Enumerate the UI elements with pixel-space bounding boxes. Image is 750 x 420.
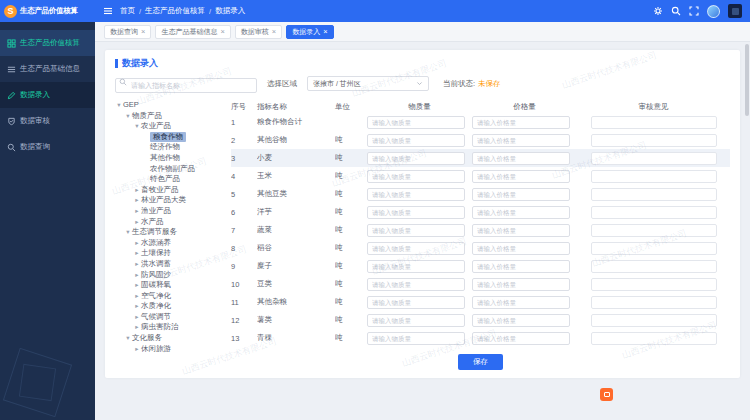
quantity-input[interactable] bbox=[367, 278, 465, 291]
search-icon bbox=[119, 78, 127, 86]
review-input[interactable] bbox=[591, 116, 717, 129]
close-icon[interactable]: × bbox=[220, 28, 224, 36]
close-icon[interactable]: × bbox=[323, 28, 327, 36]
sidebar-item-label: 数据录入 bbox=[20, 90, 50, 100]
theme-button[interactable] bbox=[728, 4, 742, 18]
review-input[interactable] bbox=[591, 278, 717, 291]
breadcrumb-section[interactable]: 生态产品价值核算 bbox=[145, 6, 205, 16]
avatar[interactable] bbox=[707, 5, 720, 18]
region-select[interactable]: 张掖市 / 甘州区 bbox=[307, 76, 429, 91]
quantity-input[interactable] bbox=[367, 314, 465, 327]
tree-node[interactable]: ▸休闲旅游 bbox=[115, 344, 223, 355]
tree-node[interactable]: ▸土壤保持 bbox=[115, 248, 223, 259]
tree-node[interactable]: ▸病虫害防治 bbox=[115, 322, 223, 333]
indicator-name: 玉米 bbox=[257, 171, 335, 181]
controls-row: 选择区域 张掖市 / 甘州区 当前状态: 未保存 bbox=[115, 76, 730, 91]
fullscreen-icon[interactable] bbox=[689, 6, 699, 16]
tree-node[interactable]: ▾农业产品 bbox=[115, 121, 223, 132]
review-input[interactable] bbox=[591, 314, 717, 327]
review-input[interactable] bbox=[591, 224, 717, 237]
sidebar-item-value-accounting[interactable]: 生态产品价值核算 bbox=[0, 30, 95, 56]
price-input[interactable] bbox=[472, 134, 570, 147]
tree-node[interactable]: ▸林业产品大类 bbox=[115, 195, 223, 206]
tree-node[interactable]: 特色产品 bbox=[115, 174, 223, 185]
review-input[interactable] bbox=[591, 206, 717, 219]
quantity-input[interactable] bbox=[367, 170, 465, 183]
tree-node[interactable]: ▸水质净化 bbox=[115, 301, 223, 312]
price-input[interactable] bbox=[472, 314, 570, 327]
price-input[interactable] bbox=[472, 224, 570, 237]
search-icon[interactable] bbox=[671, 6, 681, 16]
quantity-input[interactable] bbox=[367, 188, 465, 201]
sidebar-item-data-query[interactable]: 数据查询 bbox=[0, 134, 95, 160]
review-input[interactable] bbox=[591, 332, 717, 345]
quantity-input[interactable] bbox=[367, 296, 465, 309]
review-input[interactable] bbox=[591, 134, 717, 147]
table-row: 7蔬菜吨 bbox=[231, 221, 730, 239]
quantity-input[interactable] bbox=[367, 224, 465, 237]
breadcrumb-home[interactable]: 首页 bbox=[120, 6, 135, 16]
tree-node-label: 林业产品大类 bbox=[141, 195, 186, 206]
tree-node[interactable]: ▸固碳释氧 bbox=[115, 280, 223, 291]
tab-data-audit[interactable]: 数据审核 × bbox=[235, 25, 282, 39]
quantity-input[interactable] bbox=[367, 332, 465, 345]
review-input[interactable] bbox=[591, 296, 717, 309]
sidebar-item-data-entry[interactable]: 数据录入 bbox=[0, 82, 95, 108]
close-icon[interactable]: × bbox=[272, 28, 276, 36]
tree-node[interactable]: 农作物副产品 bbox=[115, 164, 223, 175]
tree-node[interactable]: ▸渔业产品 bbox=[115, 206, 223, 217]
tree-node[interactable]: ▸洪水调蓄 bbox=[115, 259, 223, 270]
price-input[interactable] bbox=[472, 260, 570, 273]
price-input[interactable] bbox=[472, 296, 570, 309]
sidebar-item-label: 数据查询 bbox=[20, 142, 50, 152]
price-input[interactable] bbox=[472, 188, 570, 201]
tree-node-selected[interactable]: 粮食作物 bbox=[115, 132, 223, 143]
tree-node[interactable]: ▾文化服务 bbox=[115, 333, 223, 344]
tree-node[interactable]: ▸气候调节 bbox=[115, 312, 223, 323]
tab-basic-info[interactable]: 生态产品基础信息 × bbox=[155, 25, 230, 39]
search-input[interactable] bbox=[115, 78, 257, 93]
quantity-input[interactable] bbox=[367, 242, 465, 255]
sidebar-item-data-audit[interactable]: 数据审核 bbox=[0, 108, 95, 134]
quantity-input[interactable] bbox=[367, 260, 465, 273]
tab-data-entry[interactable]: 数据录入 × bbox=[286, 25, 333, 39]
gear-icon[interactable] bbox=[653, 6, 663, 16]
review-input[interactable] bbox=[591, 188, 717, 201]
floating-helper-button[interactable] bbox=[600, 388, 613, 401]
close-icon[interactable]: × bbox=[141, 28, 145, 36]
table-row: 3小麦吨 bbox=[231, 149, 730, 167]
tab-data-query[interactable]: 数据查询 × bbox=[104, 25, 151, 39]
price-input[interactable] bbox=[472, 206, 570, 219]
tree-node[interactable]: ▾生态调节服务 bbox=[115, 227, 223, 238]
price-input[interactable] bbox=[472, 242, 570, 255]
tree-node[interactable]: 其他作物 bbox=[115, 153, 223, 164]
hamburger-menu-icon[interactable] bbox=[103, 6, 113, 16]
sidebar-item-basic-info[interactable]: 生态产品基础信息 bbox=[0, 56, 95, 82]
review-input[interactable] bbox=[591, 242, 717, 255]
tree-node[interactable]: ▸水产品 bbox=[115, 217, 223, 228]
row-index: 7 bbox=[231, 226, 257, 235]
tree-node[interactable]: ▸畜牧业产品 bbox=[115, 185, 223, 196]
unit: 吨 bbox=[335, 279, 367, 289]
price-input[interactable] bbox=[472, 116, 570, 129]
tree-node[interactable]: ▸防风固沙 bbox=[115, 270, 223, 281]
tree-node[interactable]: ▾GEP bbox=[115, 100, 223, 111]
row-index: 8 bbox=[231, 244, 257, 253]
save-button[interactable]: 保存 bbox=[458, 354, 503, 370]
quantity-input[interactable] bbox=[367, 116, 465, 129]
tree-node[interactable]: 经济作物 bbox=[115, 142, 223, 153]
quantity-input[interactable] bbox=[367, 134, 465, 147]
price-input[interactable] bbox=[472, 152, 570, 165]
review-input[interactable] bbox=[591, 170, 717, 183]
price-input[interactable] bbox=[472, 332, 570, 345]
quantity-input[interactable] bbox=[367, 206, 465, 219]
price-input[interactable] bbox=[472, 278, 570, 291]
tree-node[interactable]: ▾物质产品 bbox=[115, 111, 223, 122]
review-input[interactable] bbox=[591, 152, 717, 165]
page-scrollbar[interactable] bbox=[745, 44, 749, 116]
tree-node[interactable]: ▸空气净化 bbox=[115, 291, 223, 302]
review-input[interactable] bbox=[591, 260, 717, 273]
tree-node[interactable]: ▸水源涵养 bbox=[115, 238, 223, 249]
price-input[interactable] bbox=[472, 170, 570, 183]
quantity-input[interactable] bbox=[367, 152, 465, 165]
